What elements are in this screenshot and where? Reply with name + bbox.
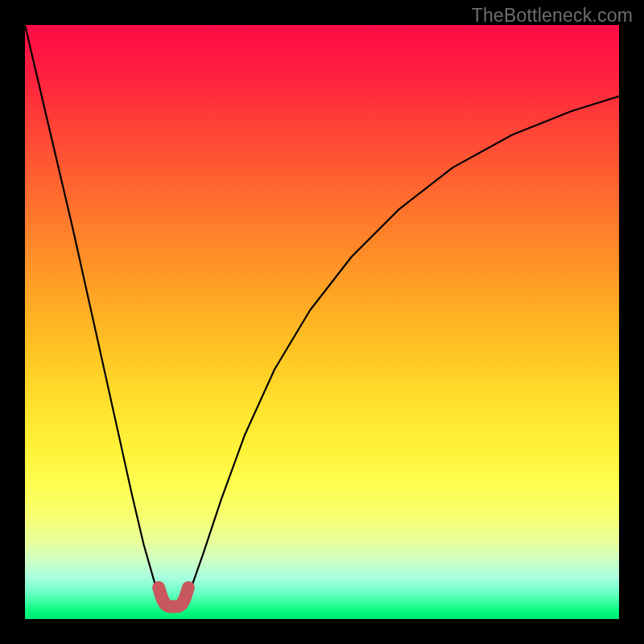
chart-frame: TheBottleneck.com — [0, 0, 644, 644]
watermark-text: TheBottleneck.com — [472, 5, 633, 27]
chart-plot-area — [25, 25, 619, 619]
bottleneck-curve — [25, 25, 619, 619]
